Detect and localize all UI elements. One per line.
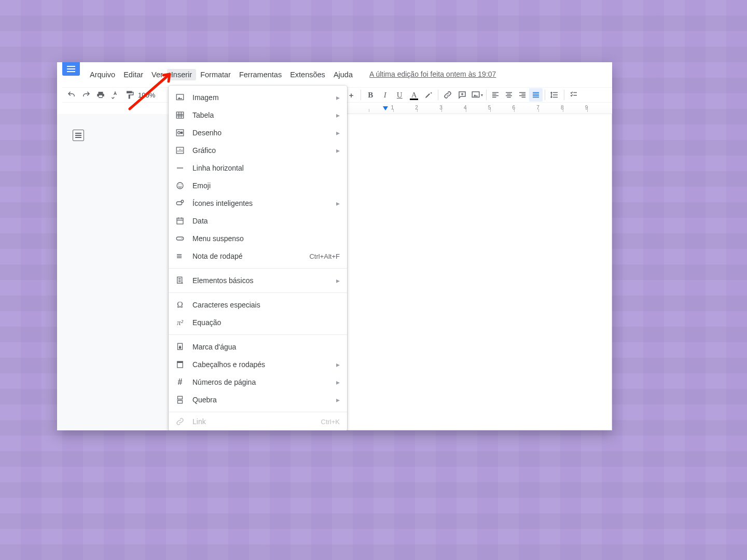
dd-numeros-pagina[interactable]: # Números de página ▸	[169, 373, 347, 391]
app-window: Arquivo Editar Ver Inserir Formatar Ferr…	[57, 62, 612, 430]
dd-label: Link	[192, 417, 321, 426]
dd-data[interactable]: Data	[169, 212, 347, 230]
document-page[interactable]	[342, 114, 612, 430]
dd-link[interactable]: Link Ctrl+K	[169, 415, 347, 428]
undo-button[interactable]	[64, 88, 79, 102]
calendar-icon	[175, 216, 185, 226]
menu-arquivo[interactable]: Arquivo	[86, 69, 119, 80]
last-edit-link[interactable]: A última edição foi feita ontem às 19:07	[369, 70, 496, 78]
chevron-right-icon: ▸	[336, 146, 340, 155]
insert-link-button[interactable]	[440, 88, 455, 102]
dd-caracteres-especiais[interactable]: Ω Caracteres especiais	[169, 296, 347, 314]
paint-format-button[interactable]	[122, 88, 137, 102]
separator	[361, 90, 361, 100]
menu-editar[interactable]: Editar	[119, 69, 147, 80]
dd-label: Números de página	[192, 378, 331, 386]
separator	[438, 90, 438, 100]
dd-elementos-basicos[interactable]: Elementos básicos ▸	[169, 272, 347, 289]
menu-ver[interactable]: Ver	[147, 69, 167, 80]
dd-label: Quebra	[192, 396, 331, 404]
menu-icon	[67, 68, 75, 69]
menu-ferramentas[interactable]: Ferramentas	[235, 69, 286, 80]
dd-label: Marca d'água	[192, 343, 340, 351]
checklist-button[interactable]	[566, 88, 581, 102]
dd-equacao[interactable]: π² Equação	[169, 314, 347, 331]
line-spacing-button[interactable]	[547, 88, 562, 102]
dd-emoji[interactable]: Emoji	[169, 177, 347, 194]
zoom-level[interactable]: 100%	[137, 91, 158, 99]
align-justify-button[interactable]	[529, 88, 543, 102]
divider	[169, 292, 347, 293]
dd-tabela[interactable]: Tabela ▸	[169, 106, 347, 124]
chevron-right-icon: ▸	[336, 378, 340, 386]
dd-label: Tabela	[192, 111, 331, 119]
text-color-button[interactable]: A	[407, 88, 421, 102]
dd-nota-rodape[interactable]: Nota de rodapé Ctrl+Alt+F	[169, 247, 347, 265]
divider	[169, 268, 347, 269]
dd-linha-horizontal[interactable]: Linha horizontal	[169, 159, 347, 177]
menu-inserir[interactable]: Inserir	[167, 69, 196, 80]
redo-button[interactable]	[79, 88, 93, 102]
align-left-button[interactable]	[489, 88, 502, 102]
svg-rect-13	[176, 237, 184, 240]
svg-point-8	[178, 185, 179, 186]
dd-desenho[interactable]: Desenho ▸	[169, 124, 347, 142]
align-right-button[interactable]	[516, 88, 529, 102]
dd-marca-dagua[interactable]: Marca d'água	[169, 338, 347, 356]
page-break-icon	[175, 395, 185, 405]
emoji-icon	[175, 180, 185, 191]
dd-label: Ícones inteligentes	[192, 199, 331, 207]
chevron-right-icon: ▸	[336, 199, 340, 207]
hash-icon: #	[175, 377, 185, 387]
separator	[545, 90, 545, 100]
outline-icon[interactable]	[73, 130, 84, 141]
dd-icones-inteligentes[interactable]: Ícones inteligentes ▸	[169, 194, 347, 212]
svg-point-11	[181, 200, 184, 203]
dd-quebra[interactable]: Quebra ▸	[169, 391, 347, 409]
horizontal-line-icon	[175, 163, 185, 173]
dropdown-icon	[175, 233, 185, 244]
dd-grafico[interactable]: Gráfico ▸	[169, 142, 347, 159]
chevron-right-icon: ▸	[336, 276, 340, 285]
ruler-mark: 3	[439, 105, 442, 110]
chevron-right-icon: ▸	[336, 360, 340, 369]
highlight-button[interactable]	[421, 88, 436, 102]
dd-menu-suspenso[interactable]: Menu suspenso	[169, 230, 347, 247]
svg-rect-19	[178, 401, 183, 403]
menu-formatar[interactable]: Formatar	[196, 69, 235, 80]
dd-shortcut: Ctrl+Alt+F	[309, 253, 340, 260]
text-color-underline-icon	[410, 99, 418, 100]
dd-label: Elementos básicos	[192, 276, 331, 285]
ruler-mark: 8	[561, 105, 564, 110]
building-blocks-icon	[175, 275, 185, 286]
chevron-right-icon: ▸	[336, 93, 340, 102]
svg-point-7	[177, 183, 183, 189]
divider	[169, 334, 347, 335]
dd-imagem[interactable]: Imagem ▸	[169, 89, 347, 106]
menu-bar: Arquivo Editar Ver Inserir Formatar Ferr…	[86, 69, 357, 80]
separator	[564, 90, 564, 100]
text-color-letter: A	[411, 91, 417, 100]
menu-extensoes[interactable]: Extensões	[286, 69, 329, 80]
menu-ajuda[interactable]: Ajuda	[329, 69, 357, 80]
svg-rect-12	[177, 218, 183, 224]
ruler[interactable]: 1 1 2 3 4 5 6 7 8 9 10	[342, 105, 612, 114]
image-icon	[175, 92, 185, 103]
bold-button[interactable]: B	[363, 88, 378, 102]
underline-button[interactable]: U	[392, 88, 407, 102]
dd-label: Imagem	[192, 93, 331, 102]
watermark-icon	[175, 342, 185, 352]
drawing-icon	[175, 128, 185, 138]
align-center-button[interactable]	[502, 88, 516, 102]
equation-icon: π²	[175, 317, 185, 328]
ruler-mark: 7	[536, 105, 540, 110]
print-button[interactable]	[93, 88, 108, 102]
add-comment-button[interactable]	[455, 88, 469, 102]
chevron-right-icon: ▸	[336, 129, 340, 137]
insert-image-button[interactable]: ▾	[469, 88, 484, 102]
link-icon	[175, 416, 185, 427]
spellcheck-button[interactable]	[108, 88, 122, 102]
dd-cabecalhos-rodapes[interactable]: Cabeçalhos e rodapés ▸	[169, 356, 347, 373]
docs-logo[interactable]	[62, 62, 80, 76]
italic-button[interactable]: I	[378, 88, 392, 102]
